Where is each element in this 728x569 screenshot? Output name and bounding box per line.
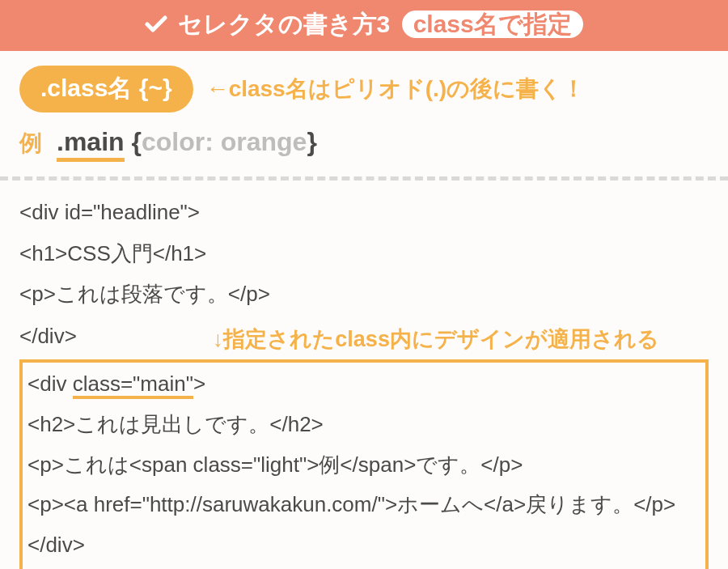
code-line-2: <h1>CSS入門</h1> bbox=[19, 233, 709, 274]
code-area: <div id="headline"> <h1>CSS入門</h1> <p>これ… bbox=[19, 192, 709, 569]
code-line-box3: <p>これは<span class="light">例</span>です。</p… bbox=[28, 445, 700, 486]
syntax-note: ←class名はピリオド(.)の後に書く！ bbox=[206, 74, 586, 104]
example-label: 例 bbox=[19, 128, 42, 159]
highlighted-box: <div class="main"> <h2>これは見出しです。</h2> <p… bbox=[19, 359, 709, 569]
header-prefix: セレクタの書き方 bbox=[178, 11, 377, 37]
header-highlight: class名で指定 bbox=[402, 11, 583, 38]
code-line-box1: <div class="main"> bbox=[28, 364, 700, 405]
syntax-pill: .class名 {~} bbox=[19, 66, 193, 113]
header-bar: セレクタの書き方3 class名で指定 bbox=[0, 0, 728, 51]
divider bbox=[0, 176, 728, 180]
code-line-box2: <h2>これは見出しです。</h2> bbox=[28, 405, 700, 445]
code-line-box5: </div> bbox=[28, 525, 700, 566]
check-icon bbox=[145, 12, 167, 40]
header-number: 3 bbox=[377, 11, 391, 37]
example-row: 例 .main {color: orange} bbox=[19, 127, 709, 159]
syntax-row: .class名 {~} ←class名はピリオド(.)の後に書く！ bbox=[19, 66, 709, 113]
content-area: .class名 {~} ←class名はピリオド(.)の後に書く！ 例 .mai… bbox=[0, 51, 728, 569]
box1-b: class="main" bbox=[73, 372, 193, 399]
annotation: ↓指定されたclass内にデザインが適用される bbox=[213, 318, 659, 361]
code-line-box4: <p><a href="http://saruwakakun.com/">ホーム… bbox=[28, 485, 700, 525]
box1-a: <div bbox=[28, 372, 73, 396]
code-line-3: <p>これは段落です。</p> bbox=[19, 274, 709, 315]
brace-close: } bbox=[307, 127, 316, 156]
code-line-4: </div> bbox=[19, 316, 77, 357]
code-line-1: <div id="headline"> bbox=[19, 192, 709, 233]
example-rule: color: orange bbox=[142, 127, 307, 156]
brace-open: { bbox=[131, 127, 141, 156]
box1-c: > bbox=[193, 372, 205, 396]
example-selector: .main bbox=[57, 127, 125, 162]
